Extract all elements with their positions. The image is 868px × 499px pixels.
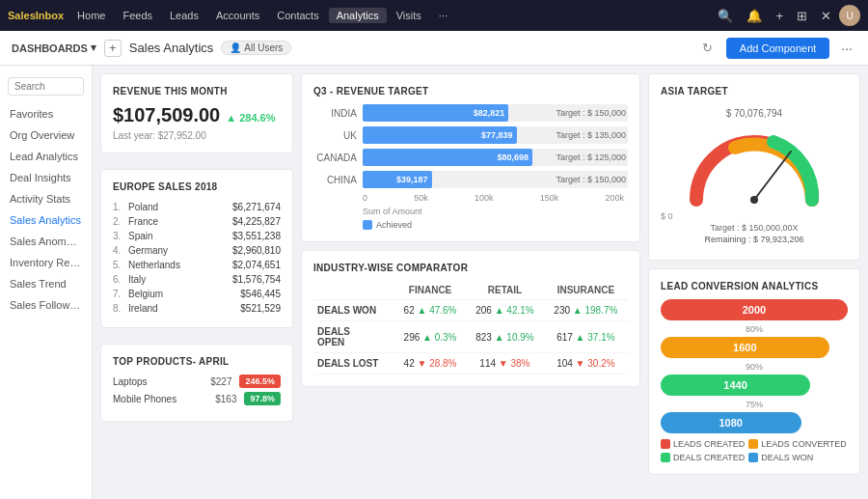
sidebar-item-sales-analytics[interactable]: Sales Analytics: [0, 209, 92, 231]
list-item: 5.Netherlands$2,074,651: [113, 258, 281, 272]
col-header-finance: FINANCE: [394, 281, 466, 300]
more-options-button[interactable]: ···: [837, 41, 856, 56]
chevron-down-icon: ▾: [91, 42, 96, 54]
search-icon[interactable]: 🔍: [712, 9, 739, 23]
revenue-change: ▲ 284.6%: [226, 112, 275, 124]
sidebar-item-sales-followup[interactable]: Sales Follow-up T: [0, 294, 92, 316]
bar-row-canada: CANADA $80,698 Target : $ 125,000: [313, 149, 628, 166]
list-item: 6.Italy$1,576,754: [113, 272, 281, 287]
industry-title: INDUSTRY-WISE COMPARATOR: [313, 263, 628, 273]
lead-conv-title: LEAD CONVERSION ANALYTICS: [661, 281, 848, 291]
product-row: Mobile Phones $163 97.8%: [113, 392, 281, 405]
legend-dot-green: [661, 453, 670, 462]
conv-bar-row-1440: 1440: [661, 374, 848, 396]
add-dashboard-button[interactable]: +: [104, 40, 122, 57]
industry-card: INDUSTRY-WISE COMPARATOR FINANCE RETAIL …: [301, 250, 640, 387]
sidebar-item-org-overview[interactable]: Org Overview: [0, 125, 92, 146]
industry-table: FINANCE RETAIL INSURANCE DEALS WON 62 ▲ …: [313, 281, 628, 374]
svg-line-0: [754, 152, 791, 200]
product-row: Laptops $227 246.5%: [113, 374, 281, 388]
chart-legend: Sum of Amount: [363, 207, 628, 216]
gauge-svg: [677, 123, 831, 209]
lead-legend: LEADS CREATED LEADS CONVERTED DEALS CREA…: [661, 439, 848, 462]
sidebar-item-favorites[interactable]: Favorites: [0, 103, 92, 125]
refresh-icon[interactable]: ↻: [702, 41, 713, 55]
nav-visits[interactable]: Visits: [389, 8, 429, 23]
table-row: DEALSOPEN 296 ▲ 0.3% 823 ▲ 10.9% 617 ▲ 3…: [313, 321, 628, 353]
add-component-button[interactable]: Add Component: [726, 38, 830, 59]
svg-point-1: [750, 196, 758, 204]
avatar[interactable]: U: [839, 5, 860, 26]
bar-chart: INDIA $82,821 Target : $ 150,000 UK: [313, 104, 628, 230]
gauge-top-value: $ 70,076,794: [726, 108, 782, 119]
sidebar-item-lead-analytics[interactable]: Lead Analytics: [0, 146, 92, 167]
chart-achieved-legend: Achieved: [363, 220, 628, 230]
sidebar-item-sales-trend[interactable]: Sales Trend: [0, 273, 92, 294]
users-icon: 👤: [230, 42, 241, 53]
lead-conversion-card: LEAD CONVERSION ANALYTICS 2000 80% 1600 …: [648, 268, 860, 475]
dashboards-button[interactable]: DASHBOARDS ▾: [12, 42, 96, 54]
col-header-retail: RETAIL: [466, 281, 544, 300]
plus-icon[interactable]: +: [770, 9, 789, 23]
gauge-bottom: $ 0: [661, 211, 848, 221]
users-filter-badge[interactable]: 👤 All Users: [221, 41, 291, 55]
legend-dot-orange: [748, 439, 758, 449]
conv-bar-row-1600: 1600: [661, 337, 848, 358]
bar-fill: $82,821: [363, 104, 508, 122]
nav-more[interactable]: ···: [431, 8, 455, 23]
gauge-remaining-label: Remaining : $ 79,923,206: [704, 235, 803, 244]
revenue-target-title: Q3 - REVENUE TARGET: [313, 86, 628, 97]
conv-bar-row-1080: 1080: [661, 412, 848, 433]
nav-feeds[interactable]: Feeds: [115, 8, 160, 23]
bar-fill: $80,698: [363, 149, 532, 166]
col-header-insurance: INSURANCE: [544, 281, 628, 300]
middle-column: Q3 - REVENUE TARGET INDIA $82,821 Target…: [301, 73, 640, 491]
bar-fill: $39,187: [363, 171, 432, 188]
content-area: REVENUE THIS MONTH $107,509.00 ▲ 284.6% …: [93, 66, 868, 499]
legend-deals-created: DEALS CREATED: [661, 453, 745, 462]
product-badge-mobile: 97.8%: [244, 392, 281, 405]
search-input[interactable]: [8, 77, 84, 96]
list-item: 2.France$4,225,827: [113, 214, 281, 229]
nav-home[interactable]: Home: [69, 8, 113, 23]
legend-deals-won: DEALS WON: [748, 453, 813, 462]
europe-title: EUROPE SALES 2018: [113, 181, 281, 192]
gauge-min: $ 0: [661, 211, 673, 221]
nav-contacts[interactable]: Contacts: [269, 8, 326, 23]
nav-leads[interactable]: Leads: [162, 8, 206, 23]
sidebar: Favorites Org Overview Lead Analytics De…: [0, 66, 93, 499]
legend-leads-converted: LEADS CONVERTED: [748, 439, 846, 449]
bar-row-uk: UK $77,839 Target : $ 135,000: [313, 126, 628, 144]
conv-bar-row-2000: 2000: [661, 299, 848, 320]
sidebar-item-inventory-reports[interactable]: Inventory Reports: [0, 252, 92, 273]
main-layout: Favorites Org Overview Lead Analytics De…: [0, 66, 868, 499]
sidebar-item-sales-anomalies[interactable]: Sales Anomalies: [0, 231, 92, 252]
gauge-container: $ 70,076,794 $ 0: [661, 104, 848, 248]
list-item: 4.Germany$2,960,810: [113, 243, 281, 258]
top-nav: SalesInbox Home Feeds Leads Accounts Con…: [0, 0, 868, 31]
conv-pct-80: 80%: [661, 324, 848, 334]
nav-analytics[interactable]: Analytics: [329, 8, 387, 23]
sidebar-item-activity-stats[interactable]: Activity Stats: [0, 188, 92, 209]
revenue-amount: $107,509.00: [113, 104, 220, 126]
bell-icon[interactable]: 🔔: [741, 9, 768, 23]
list-item: 8.Ireland$521,529: [113, 301, 281, 316]
list-item: 7.Belgium$546,445: [113, 287, 281, 301]
product-badge-laptops: 246.5%: [239, 374, 281, 388]
close-icon[interactable]: ✕: [815, 9, 837, 23]
conv-pct-75: 75%: [661, 400, 848, 409]
sidebar-item-deal-insights[interactable]: Deal Insights: [0, 167, 92, 188]
nav-accounts[interactable]: Accounts: [208, 8, 267, 23]
x-axis: 0 50k 100k 150k 200k: [363, 193, 628, 203]
europe-list: 1.Poland$6,271,674 2.France$4,225,827 3.…: [113, 200, 281, 316]
grid-icon[interactable]: ⊞: [791, 9, 813, 23]
right-column: ASIA TARGET $ 70,076,794: [648, 73, 860, 491]
gauge-target-label: Target : $ 150,000,00X: [710, 223, 798, 233]
legend-dot-red: [661, 439, 670, 449]
legend-achieved-icon: [363, 220, 372, 230]
nav-logo: SalesInbox: [8, 10, 64, 21]
legend-leads-created: LEADS CREATED: [661, 439, 745, 449]
sub-header: DASHBOARDS ▾ + Sales Analytics 👤 All Use…: [0, 31, 868, 66]
list-item: 1.Poland$6,271,674: [113, 200, 281, 214]
left-column: REVENUE THIS MONTH $107,509.00 ▲ 284.6% …: [100, 73, 293, 491]
